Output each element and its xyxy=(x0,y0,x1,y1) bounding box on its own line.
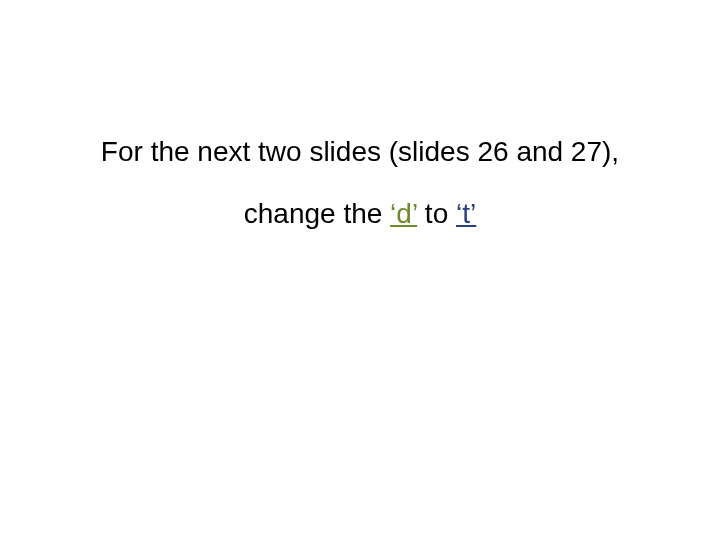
letter-t: ‘t’ xyxy=(456,198,476,229)
instruction-line-2-prefix: change the xyxy=(244,198,390,229)
slide: For the next two slides (slides 26 and 2… xyxy=(0,0,720,540)
instruction-line-2: change the ‘d’ to ‘t’ xyxy=(0,198,720,230)
instruction-line-2-middle: to xyxy=(417,198,456,229)
letter-d: ‘d’ xyxy=(390,198,417,229)
instruction-line-1: For the next two slides (slides 26 and 2… xyxy=(0,136,720,168)
instruction-line-1-text: For the next two slides (slides 26 and 2… xyxy=(101,136,619,167)
